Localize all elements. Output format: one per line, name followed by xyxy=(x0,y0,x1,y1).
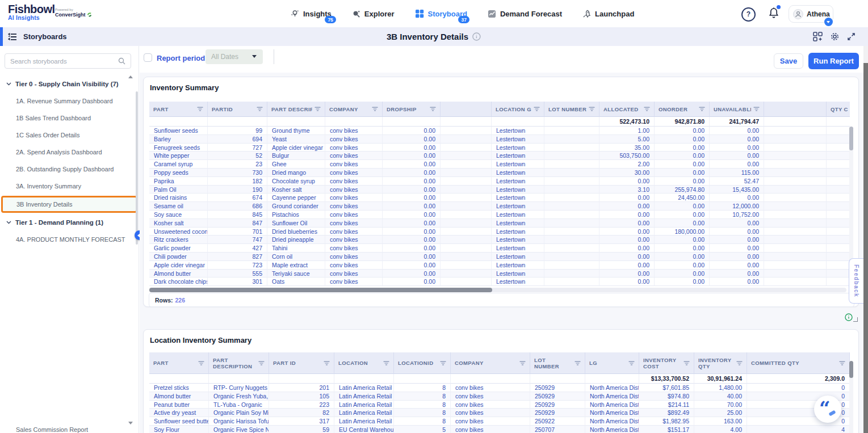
filter-icon[interactable] xyxy=(753,106,760,112)
table-row[interactable]: Barley694Yeastconv bikes0.00Lestertown5.… xyxy=(149,135,850,144)
table-row[interactable]: Unsweetened coconut701Dried blueberriesc… xyxy=(149,228,850,236)
table-row[interactable]: Apple cider vinegar723Maple extractconv … xyxy=(149,261,850,270)
table-row[interactable]: Sesame oil686Ground corianderconv bikes0… xyxy=(149,202,850,211)
table-row[interactable]: Garlic powder427Tahiniconv bikes0.00Lest… xyxy=(149,244,850,253)
sidebar-scrollbar[interactable] xyxy=(136,91,138,245)
rows-count[interactable]: 226 xyxy=(175,297,186,304)
nav-explorer[interactable]: Explorer xyxy=(352,10,395,18)
column-header-part-description[interactable]: PART DESCRIPTION xyxy=(209,352,269,374)
column-header-onorder[interactable]: ONORDER xyxy=(655,102,710,117)
tree-scroll-down-icon[interactable] xyxy=(128,422,133,424)
filter-icon[interactable] xyxy=(644,106,650,112)
nav-launchpad[interactable]: Launchpad xyxy=(582,10,634,18)
column-header-lot-number[interactable]: LOT NUMBER xyxy=(544,102,599,117)
filter-icon[interactable] xyxy=(372,106,378,112)
help-icon[interactable]: ? xyxy=(741,7,756,22)
column-header-part[interactable]: PART xyxy=(149,352,209,374)
column-header-qty-c[interactable]: QTY C xyxy=(827,102,850,117)
page-scrollbar[interactable] xyxy=(863,46,868,433)
filter-icon[interactable] xyxy=(440,360,446,366)
sidebar-item[interactable]: 3A. Inventory Summary xyxy=(0,178,139,195)
sidebar-item[interactable]: Sales Commission Report xyxy=(16,426,88,433)
table-row[interactable]: Poppy seeds730Dried mangoconv bikes0.00L… xyxy=(149,169,850,177)
sidebar-item[interactable]: 2A. Spend Analysis Dashboard xyxy=(0,144,139,161)
save-button[interactable]: Save xyxy=(774,53,803,69)
search-input[interactable]: Search storyboards xyxy=(5,53,131,69)
column-header-locationid[interactable]: LOCATIONID xyxy=(394,352,451,374)
filter-icon[interactable] xyxy=(534,106,540,112)
column-header-company[interactable]: COMPANY xyxy=(451,352,530,374)
sidebar-group-header[interactable]: Tier 1 - Demand Planning (1) xyxy=(0,214,139,231)
column-header-location-group[interactable]: LOCATION GROUP xyxy=(492,102,544,117)
table-row[interactable]: Fenugreek seeds727Apple cider vinegarcon… xyxy=(149,144,850,152)
table-row[interactable]: White pepper52Bulgurconv bikes0.00Lester… xyxy=(149,152,850,160)
add-widget-icon[interactable] xyxy=(813,32,823,41)
storyboards-list-icon[interactable] xyxy=(8,33,18,41)
column-header-inventory-cost[interactable]: INVENTORY COST xyxy=(639,352,694,374)
sidebar-group-header[interactable]: Tier 0 - Supply Chain Visibility (7) xyxy=(0,75,139,93)
nav-insights[interactable]: Insights 75 xyxy=(291,9,332,18)
chat-widget-button[interactable]: “ xyxy=(814,396,841,423)
run-report-button[interactable]: Run Report xyxy=(808,53,859,69)
feedback-tab[interactable]: Feedback xyxy=(849,258,863,304)
column-header-lg[interactable]: LG xyxy=(585,352,639,374)
filter-icon[interactable] xyxy=(699,106,705,112)
date-filter-dropdown[interactable]: All Dates xyxy=(206,49,263,64)
column-header-lot-number[interactable]: LOT NUMBER xyxy=(530,352,585,374)
scrollbar-thumb[interactable] xyxy=(849,127,853,150)
filter-icon[interactable] xyxy=(736,360,743,366)
table-row[interactable]: Ritz crackers747Dried pineappleconv bike… xyxy=(149,236,850,244)
table-row[interactable]: Peanut butterTL-Yuba - Organic223Latin A… xyxy=(149,401,850,409)
report-period-checkbox[interactable] xyxy=(144,53,152,62)
fullscreen-icon[interactable] xyxy=(847,32,856,41)
column-header-allocated[interactable]: ALLOCATED xyxy=(599,102,655,117)
filter-icon[interactable] xyxy=(197,106,203,112)
filter-icon[interactable] xyxy=(575,360,581,366)
nav-demand-forecast[interactable]: Demand Forecast xyxy=(488,10,562,18)
table-row[interactable]: Pretzel sticksRTP- Curry Nuggets - R...2… xyxy=(149,384,850,392)
table-vertical-scrollbar[interactable] xyxy=(849,361,853,433)
filter-icon[interactable] xyxy=(324,360,330,366)
table-row[interactable]: Active dry yeastOrganic Plain Soy Milk,.… xyxy=(149,409,850,417)
sidebar-item[interactable]: 4A. PRODUCT MONTHLY FORECAST xyxy=(0,231,139,248)
table-row[interactable]: Sunflower seed butterOrganic Harissa Tof… xyxy=(149,417,850,426)
table-row[interactable]: Soy sauce845Pistachiosconv bikes0.00Lest… xyxy=(149,211,850,219)
filter-icon[interactable] xyxy=(257,106,263,112)
table-row[interactable]: Sunflower seeds99Ground thymeconv bikes0… xyxy=(149,127,850,135)
user-caret-icon[interactable] xyxy=(824,18,833,26)
column-header-dropship[interactable]: DROPSHIP xyxy=(383,102,441,117)
filter-icon[interactable] xyxy=(430,106,436,112)
filter-icon[interactable] xyxy=(839,360,845,366)
column-header-part-id[interactable]: PART ID xyxy=(269,352,334,374)
scrollbar-thumb[interactable] xyxy=(849,361,853,378)
column-header-company[interactable]: COMPANY xyxy=(325,102,383,117)
filter-icon[interactable] xyxy=(684,360,690,366)
sidebar-item[interactable]: 1C Sales Order Details xyxy=(0,127,139,144)
filter-icon[interactable] xyxy=(258,360,265,366)
table-row[interactable]: Dark chocolate chips301Oatsconv bikes0.0… xyxy=(149,278,850,286)
sidebar-item[interactable]: 1A. Revenue Summary Dashboard xyxy=(0,93,139,110)
filter-icon[interactable] xyxy=(383,360,389,366)
scrollbar-thumb[interactable] xyxy=(149,288,492,292)
sidebar-item-selected[interactable]: 3B Inventory Details xyxy=(1,196,137,213)
table-row[interactable]: Caramel syrup23Gheeconv bikes0.00Lestert… xyxy=(149,160,850,169)
table-horizontal-scrollbar[interactable] xyxy=(149,288,846,292)
table-row[interactable]: Almond butterOrganic Fresh Yuba, 5 lb105… xyxy=(149,392,850,401)
table-row[interactable]: Paprika182Chocolate syrupconv bikes0.00L… xyxy=(149,177,850,186)
settings-gear-icon[interactable] xyxy=(830,32,840,41)
column-header-inventory-qty[interactable]: INVENTORY QTY xyxy=(694,352,747,374)
filter-icon[interactable] xyxy=(315,106,321,112)
nav-storyboard[interactable]: Storyboard 37 xyxy=(415,9,467,18)
sidebar-item[interactable]: 1B Sales Trend Dashboard xyxy=(0,110,139,127)
column-header-unavailable[interactable]: UNAVAILABLE xyxy=(710,102,764,117)
column-header-committed-qty[interactable]: COMMITTED QTY xyxy=(747,352,850,374)
column-header-location[interactable]: LOCATION xyxy=(334,352,394,374)
column-header-partid[interactable]: PARTID xyxy=(208,102,267,117)
resize-handle-icon[interactable] xyxy=(853,317,858,322)
widget-info-icon[interactable] xyxy=(845,313,853,321)
search-icon[interactable] xyxy=(118,57,125,65)
table-row[interactable]: Kosher salt847Sunflower Oilconv bikes0.0… xyxy=(149,219,850,228)
filter-icon[interactable] xyxy=(589,106,595,112)
scrollbar-thumb[interactable] xyxy=(863,63,868,433)
table-row[interactable]: Almond butter555Teriyaki sauceconv bikes… xyxy=(149,270,850,278)
